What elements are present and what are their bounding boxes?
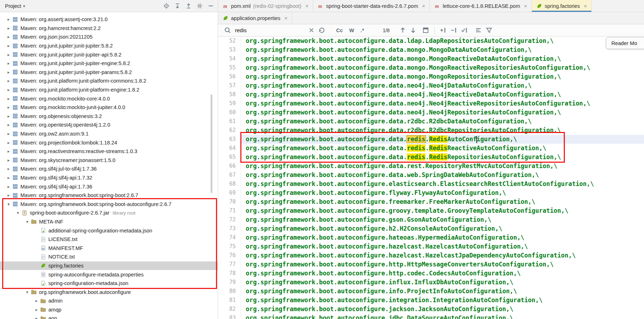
line-number[interactable]: 70 (218, 197, 241, 206)
add-occurrence-icon[interactable] (439, 26, 447, 34)
remove-occurrence-icon[interactable] (450, 26, 457, 34)
line-number[interactable]: 66 (218, 162, 241, 171)
line-number[interactable]: 75 (218, 242, 241, 251)
code-text[interactable]: org.springframework.boot.autoconfigure.h… (241, 269, 644, 278)
line-number[interactable]: 62 (218, 126, 241, 135)
tree-item[interactable]: ▸Maven: org.junit.platform:junit-platfor… (0, 85, 218, 94)
tree-item[interactable]: ▸Maven: org.slf4j:slf4j-api:1.7.36 (0, 182, 218, 191)
code-text[interactable]: org.springframework.boot.autoconfigure.d… (241, 108, 644, 117)
chevron-right-icon[interactable]: ▸ (5, 78, 12, 83)
chevron-right-icon[interactable]: ▸ (5, 26, 12, 31)
code-text[interactable]: org.springframework.boot.autoconfigure.d… (241, 45, 644, 54)
line-number[interactable]: 79 (218, 278, 241, 287)
line-number[interactable]: 82 (218, 305, 241, 314)
editor-tab-application-properties[interactable]: application.properties× (218, 12, 292, 24)
code-text[interactable]: org.springframework.boot.autoconfigure.d… (241, 81, 644, 90)
filter-icon[interactable] (485, 26, 493, 34)
line-number[interactable]: 61 (218, 117, 241, 126)
tree-item[interactable]: spring.factories (0, 261, 218, 270)
tree-item[interactable]: NOTICE.txt (0, 252, 218, 261)
code-text[interactable]: org.springframework.boot.autoconfigure.d… (241, 171, 644, 180)
tree-item[interactable]: ▸amqp (0, 305, 218, 314)
chevron-right-icon[interactable]: ▸ (5, 52, 12, 57)
tree-item[interactable]: ▸Maven: org.junit.platform:junit-platfor… (0, 77, 218, 85)
chevron-down-icon[interactable]: ▾ (5, 202, 12, 207)
code-text[interactable]: org.springframework.boot.autoconfigure.h… (241, 242, 644, 251)
tree-item[interactable]: ▸Maven: org.assertj:assertj-core:3.21.0 (0, 15, 218, 24)
line-number[interactable]: 81 (218, 296, 241, 305)
editor-tab-pom-xml[interactable]: mpom.xml (redis-02-springboot)× (218, 0, 313, 12)
chevron-down-icon[interactable]: ▾ (23, 4, 25, 9)
chevron-right-icon[interactable]: ▸ (5, 166, 12, 171)
tree-item[interactable]: ▸Maven: org.springframework.boot:spring-… (0, 191, 218, 200)
line-number[interactable]: 56 (218, 72, 241, 81)
code-text[interactable]: org.springframework.boot.autoconfigure.e… (241, 180, 644, 188)
code-text[interactable]: org.springframework.boot.autoconfigure.j… (241, 305, 644, 314)
tree-item[interactable]: ▸Maven: org.junit.jupiter:junit-jupiter:… (0, 41, 218, 50)
tree-item[interactable]: ▸Maven: org.mockito:mockito-core:4.0.0 (0, 94, 218, 103)
chevron-right-icon[interactable]: ▸ (33, 298, 40, 303)
chevron-down-icon[interactable]: ▾ (14, 210, 21, 215)
tree-item[interactable]: LICENSE.txt (0, 235, 218, 244)
tree-item[interactable]: ▸Maven: org.slf4j:jul-to-slf4j:1.7.36 (0, 165, 218, 173)
line-number[interactable]: 78 (218, 269, 241, 278)
code-text[interactable]: org.springframework.boot.autoconfigure.i… (241, 278, 644, 287)
tree-item[interactable]: ▸admin (0, 296, 218, 305)
hide-icon[interactable] (207, 3, 214, 9)
tree-item[interactable]: MFMANIFEST.MF (0, 244, 218, 252)
tree-item[interactable]: ▸aop (0, 314, 218, 319)
tree-item[interactable]: ▾org.springframework.boot.autoconfigure (0, 288, 218, 296)
code-text[interactable]: org.springframework.boot.autoconfigure.d… (241, 117, 644, 126)
line-number[interactable]: 71 (218, 206, 241, 215)
code-text[interactable]: org.springframework.boot.autoconfigure.g… (241, 215, 644, 224)
words-toggle[interactable]: W (348, 27, 356, 34)
code-text[interactable]: org.springframework.boot.autoconfigure.d… (241, 144, 644, 153)
chevron-right-icon[interactable]: ▸ (5, 131, 12, 136)
chevron-right-icon[interactable]: ▸ (5, 122, 12, 127)
code-text[interactable]: org.springframework.boot.autoconfigure.d… (241, 135, 644, 144)
line-number[interactable]: 55 (218, 63, 241, 72)
code-text[interactable]: org.springframework.boot.autoconfigure.d… (241, 162, 644, 171)
tree-item[interactable]: ▸Maven: org.ow2.asm:asm:9.1 (0, 129, 218, 138)
code-text[interactable]: org.springframework.boot.autoconfigure.d… (241, 90, 644, 99)
close-tab-icon[interactable]: × (524, 3, 527, 9)
line-number[interactable]: 77 (218, 260, 241, 269)
tree-item[interactable]: spring-configuration-metadata.json (0, 279, 218, 288)
tree-item[interactable]: additional-spring-configuration-metadata… (0, 226, 218, 235)
code-text[interactable]: org.springframework.boot.autoconfigure.h… (241, 233, 644, 242)
line-number[interactable]: 58 (218, 90, 241, 99)
chevron-right-icon[interactable]: ▸ (5, 17, 12, 22)
close-tab-icon[interactable]: × (284, 15, 288, 21)
tree-item[interactable]: ▸Maven: org.objenesis:objenesis:3.2 (0, 112, 218, 121)
code-text[interactable]: org.springframework.boot.autoconfigure.d… (241, 63, 644, 72)
locate-icon[interactable] (163, 3, 170, 9)
chevron-right-icon[interactable]: ▸ (5, 193, 12, 198)
code-text[interactable]: org.springframework.boot.autoconfigure.d… (241, 72, 644, 81)
chevron-right-icon[interactable]: ▸ (5, 175, 12, 180)
chevron-down-icon[interactable]: ▾ (24, 219, 31, 224)
editor-tab-spring-factories[interactable]: spring.factories× (532, 0, 592, 12)
code-text[interactable]: org.springframework.boot.autoconfigure.f… (241, 188, 644, 197)
chevron-right-icon[interactable]: ▸ (5, 96, 12, 101)
close-tab-icon[interactable]: × (305, 3, 308, 9)
filter-lines-icon[interactable] (475, 26, 482, 34)
code-text[interactable]: org.springframework.boot.autoconfigure.f… (241, 197, 644, 206)
code-text[interactable]: org.springframework.boot.autoconfigure.j… (241, 314, 644, 319)
arrow-up-icon[interactable] (399, 26, 407, 34)
tree-item[interactable]: ▸Maven: org.slf4j:slf4j-api:1.7.32 (0, 173, 218, 182)
collapse-all-icon[interactable] (185, 3, 192, 9)
tree-item[interactable]: ▸Maven: org.projectlombok:lombok:1.18.24 (0, 138, 218, 147)
tree-item[interactable]: ▸Maven: org.skyscreamer:jsonassert:1.5.0 (0, 156, 218, 165)
history-icon[interactable] (318, 26, 326, 34)
chevron-right-icon[interactable]: ▸ (5, 149, 12, 154)
line-number[interactable]: 60 (218, 108, 241, 117)
code-text[interactable]: org.springframework.boot.autoconfigure.i… (241, 296, 644, 305)
line-number[interactable]: 63 (218, 135, 241, 144)
tree-item[interactable]: ▸Maven: org.junit.jupiter:junit-jupiter-… (0, 68, 218, 77)
code-text[interactable]: org.springframework.boot.autoconfigure.d… (241, 126, 644, 135)
line-number[interactable]: 76 (218, 251, 241, 260)
line-number[interactable]: 74 (218, 233, 241, 242)
chevron-right-icon[interactable]: ▸ (5, 87, 12, 92)
line-number[interactable]: 53 (218, 45, 241, 54)
line-number[interactable]: 54 (218, 54, 241, 63)
